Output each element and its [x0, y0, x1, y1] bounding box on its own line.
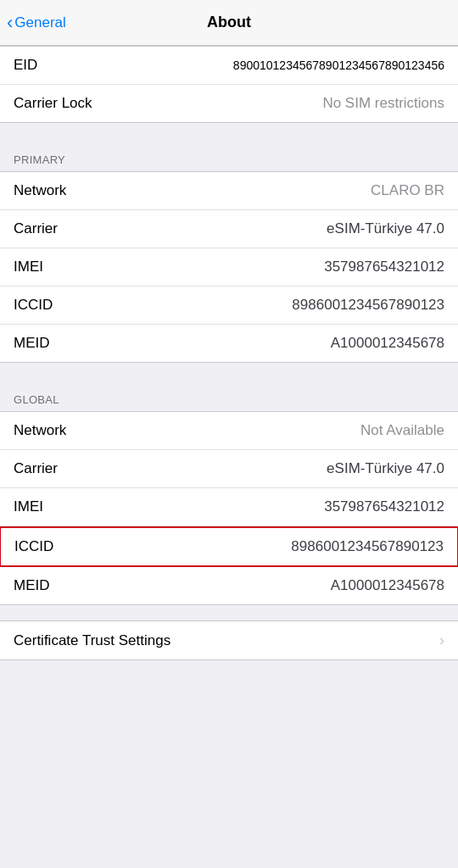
primary-meid-label: MEID — [14, 335, 50, 352]
global-imei-row: IMEI 357987654321012 — [0, 488, 458, 526]
eid-value: 89001012345678901234567890123456 — [44, 58, 444, 72]
primary-carrier-value: eSIM-Türkiye 47.0 — [64, 220, 444, 237]
global-meid-value: A1000012345678 — [57, 577, 445, 594]
certificate-trust-row[interactable]: Certificate Trust Settings › — [0, 621, 458, 659]
global-carrier-label: Carrier — [14, 460, 58, 477]
carrier-lock-value: No SIM restrictions — [99, 95, 444, 112]
back-button[interactable]: ‹ General — [7, 14, 66, 32]
global-section: GLOBAL Network Not Available Carrier eSI… — [0, 378, 458, 605]
primary-iccid-value: 8986001234567890123 — [59, 297, 444, 314]
top-section-body: EID 89001012345678901234567890123456 Car… — [0, 46, 458, 123]
global-header: GLOBAL — [0, 378, 458, 411]
spacer-2 — [0, 363, 458, 378]
primary-section-body: Network CLARO BR Carrier eSIM-Türkiye 47… — [0, 171, 458, 363]
global-section-body: Network Not Available Carrier eSIM-Türki… — [0, 411, 458, 605]
eid-row: EID 89001012345678901234567890123456 — [0, 47, 458, 85]
back-label: General — [14, 14, 65, 31]
chevron-right-icon: › — [439, 632, 444, 649]
certificate-trust-label: Certificate Trust Settings — [14, 632, 170, 649]
carrier-lock-row: Carrier Lock No SIM restrictions — [0, 85, 458, 122]
top-section: EID 89001012345678901234567890123456 Car… — [0, 46, 458, 123]
global-meid-row: MEID A1000012345678 — [0, 567, 458, 604]
primary-imei-row: IMEI 357987654321012 — [0, 248, 458, 287]
carrier-lock-label: Carrier Lock — [14, 95, 92, 112]
primary-meid-row: MEID A1000012345678 — [0, 325, 458, 362]
primary-iccid-row: ICCID 8986001234567890123 — [0, 287, 458, 325]
global-network-row: Network Not Available — [0, 412, 458, 450]
footer-section: Certificate Trust Settings › — [0, 620, 458, 660]
global-carrier-value: eSIM-Türkiye 47.0 — [64, 460, 444, 477]
spacer-1 — [0, 123, 458, 138]
primary-meid-value: A1000012345678 — [57, 335, 445, 352]
global-network-value: Not Available — [73, 422, 444, 439]
primary-iccid-label: ICCID — [14, 297, 53, 314]
back-chevron-icon: ‹ — [7, 14, 13, 32]
global-carrier-row: Carrier eSIM-Türkiye 47.0 — [0, 450, 458, 488]
primary-carrier-label: Carrier — [14, 220, 58, 237]
global-iccid-label: ICCID — [14, 538, 53, 555]
navigation-bar: ‹ General About — [0, 0, 458, 46]
primary-network-value: CLARO BR — [73, 182, 444, 199]
footer-section-body: Certificate Trust Settings › — [0, 620, 458, 660]
global-imei-value: 357987654321012 — [50, 498, 444, 515]
primary-network-row: Network CLARO BR — [0, 172, 458, 210]
global-iccid-value: 8986001234567890123 — [60, 538, 444, 555]
primary-imei-value: 357987654321012 — [50, 259, 444, 275]
global-imei-label: IMEI — [14, 498, 43, 515]
primary-section: PRIMARY Network CLARO BR Carrier eSIM-Tü… — [0, 138, 458, 363]
global-network-label: Network — [14, 422, 66, 439]
primary-imei-label: IMEI — [14, 259, 43, 275]
eid-label: EID — [14, 57, 37, 74]
primary-carrier-row: Carrier eSIM-Türkiye 47.0 — [0, 210, 458, 248]
global-iccid-row: ICCID 8986001234567890123 — [0, 526, 458, 567]
global-meid-label: MEID — [14, 577, 50, 594]
spacer-3 — [0, 605, 458, 620]
page-title: About — [207, 14, 251, 31]
primary-network-label: Network — [14, 182, 66, 199]
primary-header: PRIMARY — [0, 138, 458, 171]
